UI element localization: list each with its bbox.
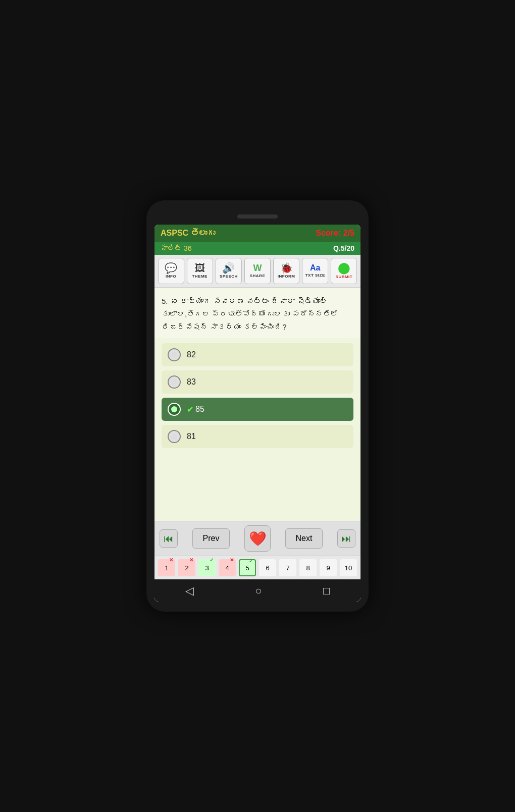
option-b[interactable]: 83: [162, 370, 353, 394]
q-num-4[interactable]: ✕ 4: [219, 559, 236, 576]
radio-inner-d: [171, 434, 177, 440]
txtsize-icon: Aa: [310, 264, 320, 272]
next-button[interactable]: Next: [285, 528, 323, 549]
last-button[interactable]: ⏭: [337, 529, 355, 548]
q-num-label-4: 4: [225, 564, 229, 572]
first-button[interactable]: ⏮: [160, 529, 178, 548]
speech-icon: 🔊: [222, 263, 235, 273]
speech-button[interactable]: 🔊 SPEECH: [216, 258, 242, 284]
option-b-label: 83: [187, 377, 196, 387]
option-a-label: 82: [187, 350, 196, 359]
checkmark-icon: ✔: [187, 405, 193, 414]
device: ASPSC తెలుగు Score: 2/5 పాలిటీ 36 Q.5/20…: [146, 200, 369, 612]
question-text: 5. ఏ రాజ్యాంగ సవరణ చట్టం ద్వారా షెడ్యూల్…: [162, 295, 353, 334]
empty-content-area: [154, 460, 360, 521]
check-mark-5: ✓: [249, 558, 253, 564]
txtsize-label: TXT SIZE: [305, 273, 325, 278]
option-a[interactable]: 82: [162, 343, 353, 366]
sub-header: పాలిటీ 36 Q.5/20: [154, 242, 360, 255]
screen: ASPSC తెలుగు Score: 2/5 పాలిటీ 36 Q.5/20…: [154, 225, 360, 602]
submit-label: SUBMIT: [336, 275, 353, 279]
q-num-10[interactable]: 10: [340, 559, 357, 576]
txtsize-button[interactable]: Aa TXT SIZE: [302, 258, 328, 284]
radio-b: [168, 375, 181, 389]
x-mark-4: ✕: [230, 557, 234, 563]
header-bar: ASPSC తెలుగు Score: 2/5: [154, 225, 360, 242]
q-num-label-6: 6: [266, 564, 269, 572]
info-icon: 💬: [165, 263, 177, 273]
option-c[interactable]: ✔ 85: [162, 398, 353, 421]
speech-label: SPEECH: [220, 274, 238, 279]
info-label: INFO: [166, 274, 176, 279]
q-num-5[interactable]: ✓ 5: [239, 559, 256, 576]
q-num-7[interactable]: 7: [279, 559, 296, 576]
inform-button[interactable]: 🐞 INFORM: [273, 258, 299, 284]
toolbar: 💬 INFO 🖼 THEME 🔊 SPEECH W SHARE 🐞 INFORM…: [154, 255, 360, 288]
option-d[interactable]: 81: [162, 425, 353, 448]
back-nav-icon[interactable]: ◁: [185, 584, 194, 598]
radio-d: [168, 430, 181, 443]
options-area: 82 83 ✔ 85 81: [154, 338, 360, 460]
home-nav-icon[interactable]: ○: [255, 584, 262, 598]
info-button[interactable]: 💬 INFO: [158, 258, 184, 284]
theme-button[interactable]: 🖼 THEME: [187, 258, 213, 284]
q-num-label-8: 8: [306, 564, 310, 572]
radio-c: [168, 403, 181, 416]
score-display: Score: 2/5: [316, 229, 354, 238]
question-numbers: ✕ 1 ✕ 2 ✓ 3 ✕ 4 ✓ 5 6 7: [154, 556, 360, 579]
heart-icon: ❤️: [249, 530, 267, 547]
bottom-nav: ◁ ○ □: [154, 579, 360, 602]
radio-a: [168, 348, 181, 361]
q-num-1[interactable]: ✕ 1: [158, 559, 175, 576]
q-num-8[interactable]: 8: [299, 559, 317, 576]
q-num-9[interactable]: 9: [320, 559, 337, 576]
device-notch: [237, 214, 278, 219]
nav-bar: ⏮ Prev ❤️ Next ⏭: [154, 521, 360, 556]
radio-inner-a: [171, 352, 177, 358]
q-num-label-9: 9: [326, 564, 330, 572]
share-button[interactable]: W SHARE: [244, 258, 271, 284]
recents-nav-icon[interactable]: □: [323, 584, 330, 598]
heart-button[interactable]: ❤️: [244, 525, 271, 552]
theme-label: THEME: [192, 274, 208, 279]
option-d-label: 81: [187, 432, 196, 441]
check-mark-3: ✓: [210, 557, 214, 563]
x-mark-2: ✕: [189, 557, 193, 563]
q-num-3[interactable]: ✓ 3: [198, 559, 216, 576]
question-area: 5. ఏ రాజ్యాంగ సవరణ చట్టం ద్వారా షెడ్యూల్…: [154, 288, 360, 339]
inform-label: INFORM: [278, 274, 295, 279]
q-num-label-1: 1: [165, 564, 168, 572]
q-num-2[interactable]: ✕ 2: [178, 559, 195, 576]
next-label: Next: [296, 534, 313, 543]
app-title: ASPSC తెలుగు: [161, 229, 215, 238]
q-num-label-2: 2: [185, 564, 188, 572]
last-icon: ⏭: [341, 533, 351, 545]
x-mark-1: ✕: [169, 557, 173, 563]
inform-icon: 🐞: [280, 263, 293, 273]
first-icon: ⏮: [164, 533, 174, 545]
submit-icon: ⬤: [338, 262, 350, 274]
prev-label: Prev: [203, 534, 220, 543]
theme-icon: 🖼: [195, 263, 205, 273]
submit-button[interactable]: ⬤ SUBMIT: [331, 258, 357, 284]
q-num-label-3: 3: [205, 564, 209, 572]
question-counter: Q.5/20: [333, 244, 354, 252]
q-num-label-10: 10: [345, 564, 352, 572]
radio-inner-c: [171, 406, 177, 412]
category-title: పాలిటీ 36: [161, 244, 191, 252]
q-num-label-5: 5: [245, 564, 249, 572]
share-label: SHARE: [250, 274, 266, 278]
prev-button[interactable]: Prev: [192, 528, 230, 549]
option-c-label: 85: [195, 405, 204, 414]
share-icon: W: [253, 263, 262, 273]
radio-inner-b: [171, 379, 177, 385]
q-num-label-7: 7: [286, 564, 289, 572]
q-num-6[interactable]: 6: [259, 559, 276, 576]
